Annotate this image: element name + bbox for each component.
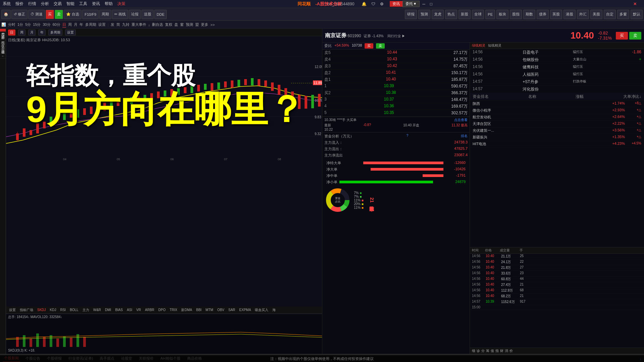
sidebar-sector-btn[interactable]: 板块 xyxy=(0,40,6,43)
research-btn[interactable]: 研报 xyxy=(405,10,417,19)
chart-settings-btn[interactable]: 设置 xyxy=(65,29,76,36)
close-btn[interactable]: ✕ xyxy=(633,2,637,6)
buy-tab[interactable]: 吸血买入 xyxy=(254,308,269,312)
quick-sell-btn[interactable]: 卖 xyxy=(629,32,641,40)
custom-btn[interactable]: 自定 xyxy=(604,10,616,19)
dde-btn[interactable]: DDE xyxy=(154,10,167,19)
window2-btn[interactable]: 窗 xyxy=(180,22,184,27)
1min-btn[interactable]: 1分 xyxy=(17,22,23,27)
wr-tab[interactable]: W&R xyxy=(92,308,102,312)
week-btn[interactable]: 周 xyxy=(68,22,72,27)
jia-tab[interactable]: 价 xyxy=(509,349,513,353)
skdj-tab[interactable]: SKDJ xyxy=(36,308,47,312)
chou-tab[interactable]: 筹 xyxy=(486,349,489,353)
ind-market-tab[interactable]: 指标广场 xyxy=(19,308,34,312)
menu-info[interactable]: 资讯 xyxy=(92,1,100,7)
menu-help[interactable]: 帮助 xyxy=(105,1,113,7)
kdj-tab[interactable]: KDJ xyxy=(49,308,57,312)
arrow-down[interactable]: ↓ xyxy=(148,23,150,27)
trix-tab[interactable]: TRIX xyxy=(169,308,178,312)
year-btn[interactable]: 年 xyxy=(79,22,83,27)
menu-tools[interactable]: 工具 xyxy=(79,1,87,7)
delegate-btn[interactable]: 委托▼ xyxy=(402,1,420,7)
bbi-tab[interactable]: BBI xyxy=(195,308,203,312)
sidebar-chart-btn[interactable]: 分析图 xyxy=(0,32,6,35)
sidebar-k-btn[interactable]: K线图 xyxy=(0,35,6,40)
zhi2-tab[interactable]: 指 xyxy=(495,349,499,353)
peer-label[interactable]: 同行行业 ▶ xyxy=(387,34,405,38)
menu-decision[interactable]: 决策 xyxy=(117,1,125,7)
sidebar-down-btn[interactable]: ↓ xyxy=(0,54,6,59)
pan-btn[interactable]: 盘 xyxy=(174,22,178,27)
dragon-btn[interactable]: 龙虎 xyxy=(432,10,444,19)
menu-analysis[interactable]: 分析 xyxy=(41,1,49,7)
60min-btn[interactable]: 60分 xyxy=(53,22,60,27)
monthly-btn[interactable]: 月 xyxy=(28,29,36,36)
ob-buy-btn[interactable]: 买 xyxy=(365,43,373,49)
predict-btn[interactable]: 预测 xyxy=(186,22,193,27)
meng-btn[interactable]: 盟 xyxy=(195,22,199,27)
dmi-tab[interactable]: DMI xyxy=(104,308,112,312)
green-line-tab[interactable]: 绿线精灵 xyxy=(472,43,485,48)
30min-btn[interactable]: 30分 xyxy=(43,22,51,27)
main-tab[interactable]: 主力 xyxy=(82,308,90,312)
15min-btn[interactable]: 15分 xyxy=(33,22,41,27)
arbr-tab[interactable]: ARBR xyxy=(144,308,155,312)
rsi-tab[interactable]: RSI xyxy=(59,308,67,312)
send-btn[interactable]: 送股 xyxy=(142,10,154,19)
boll-tab[interactable]: BOLL xyxy=(69,308,79,312)
month-btn[interactable]: 月 xyxy=(74,22,77,27)
menu-smart[interactable]: 智能 xyxy=(66,1,74,7)
zhen-tab[interactable]: 诊 xyxy=(477,349,480,353)
5min-btn[interactable]: 5分 xyxy=(25,22,31,27)
maximize-btn[interactable]: □ xyxy=(430,2,432,6)
sidebar-app-btn[interactable]: 应用 xyxy=(0,29,6,32)
jian-btn[interactable]: 简 xyxy=(116,22,120,27)
pe-btn[interactable]: PE xyxy=(485,10,495,19)
uk-btn[interactable]: 英股 xyxy=(550,10,562,19)
info-btn[interactable]: 资讯 xyxy=(390,1,402,7)
confirm-btn[interactable]: 默认 xyxy=(631,10,643,19)
hotspot-btn[interactable]: 热点 xyxy=(445,10,457,19)
weekly-btn[interactable]: 周 xyxy=(18,29,25,36)
home-btn[interactable]: 🏠 xyxy=(1,10,11,19)
cai-tab[interactable]: 财 xyxy=(500,349,503,353)
mtm-tab[interactable]: MTM xyxy=(205,308,214,312)
events-btn[interactable]: 重大事件 xyxy=(131,22,146,27)
menu-market[interactable]: 行情 xyxy=(28,1,36,7)
asi-tab[interactable]: ASI xyxy=(126,308,133,312)
sell-btn[interactable]: 卖 xyxy=(55,10,63,19)
sidebar-self-btn[interactable]: 自定 xyxy=(0,43,6,46)
futures-btn[interactable]: 期数 xyxy=(523,10,535,19)
settings2-btn[interactable]: 设置 xyxy=(98,22,106,27)
xiao-tab[interactable]: 消 xyxy=(505,349,508,353)
menu-trade[interactable]: 交易 xyxy=(54,1,62,7)
fen-shi-btn[interactable]: 分时 xyxy=(8,22,15,27)
del-watchlist-btn[interactable]: 删自选 xyxy=(152,22,163,27)
report-btn[interactable]: 论报 xyxy=(129,10,141,19)
buy-btn[interactable]: 买 xyxy=(46,10,54,19)
zhi-tab[interactable]: 值 xyxy=(491,349,494,353)
us-btn[interactable]: 美股 xyxy=(590,10,602,19)
draw-btn[interactable]: ✏ 画线 xyxy=(112,10,128,19)
hai-tab[interactable]: 海 xyxy=(271,308,277,312)
multi-period-btn[interactable]: 多周期 xyxy=(85,22,96,27)
hk-btn[interactable]: 港股 xyxy=(564,10,576,19)
bias-tab[interactable]: BIAS xyxy=(114,308,124,312)
security-icon[interactable]: 🛡 xyxy=(371,2,375,6)
expand-btn[interactable]: >> xyxy=(210,23,215,27)
stock-index-btn[interactable]: 股指 xyxy=(510,10,522,19)
yearly-btn[interactable]: 年 xyxy=(38,29,46,36)
dma-tab[interactable]: 新DMA xyxy=(180,308,193,312)
bonds-btn[interactable]: 债券 xyxy=(537,10,549,19)
obv-tab[interactable]: OBV xyxy=(216,308,225,312)
menu-quote[interactable]: 报价 xyxy=(15,1,23,7)
xi-tab[interactable]: 细 xyxy=(472,349,475,353)
sector-btn[interactable]: 板块 xyxy=(496,10,508,19)
expma-tab[interactable]: EXPMA xyxy=(238,308,252,312)
forecast-btn[interactable]: 预测 xyxy=(418,10,430,19)
settings-icon[interactable]: ⚙ xyxy=(380,2,384,6)
global-btn[interactable]: 全球 xyxy=(472,10,484,19)
ob-sell-btn[interactable]: 卖 xyxy=(376,43,385,49)
vr-tab[interactable]: VR xyxy=(135,308,142,312)
